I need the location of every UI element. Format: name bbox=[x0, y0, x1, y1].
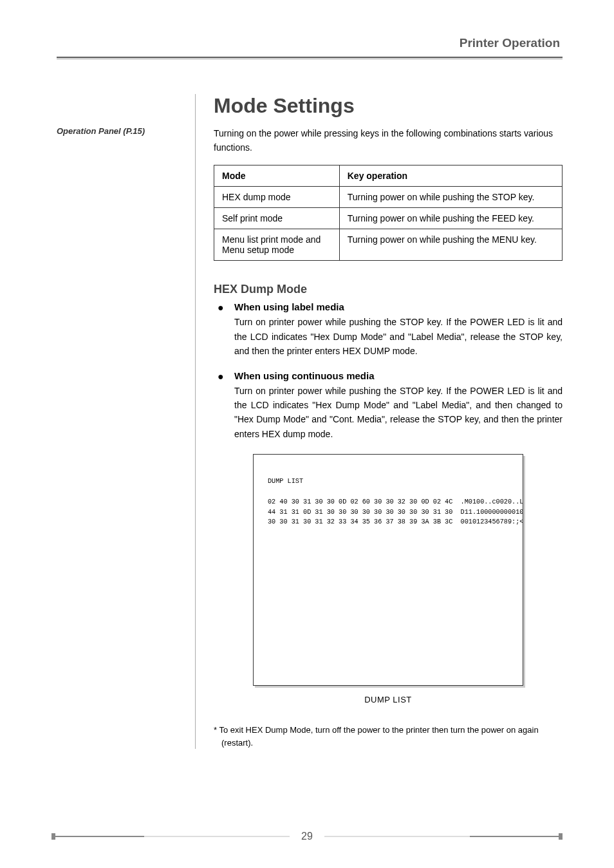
bullet-title: When using label media bbox=[234, 301, 563, 312]
dump-line: 44 31 31 0D 31 30 30 30 30 30 30 30 30 3… bbox=[268, 509, 523, 516]
footnote: * To exit HEX Dump Mode, turn off the po… bbox=[214, 724, 563, 749]
table-cell: Menu list print mode and Menu setup mode bbox=[214, 229, 340, 261]
dump-line: 30 30 31 30 31 32 33 34 35 36 37 38 39 3… bbox=[268, 518, 523, 525]
sidebar-reference: Operation Panel (P.15) bbox=[57, 126, 195, 136]
dump-title: DUMP LIST bbox=[268, 478, 303, 485]
table-cell: Turning power on while pushing the STOP … bbox=[339, 187, 562, 208]
table-row: Menu list print mode and Menu setup mode… bbox=[214, 229, 563, 261]
main-heading: Mode Settings bbox=[214, 94, 563, 118]
mode-table: Mode Key operation HEX dump mode Turning… bbox=[214, 165, 563, 261]
table-row: HEX dump mode Turning power on while pus… bbox=[214, 187, 563, 208]
bullet-item-label-media: ● When using label media Turn on printer… bbox=[214, 301, 563, 358]
footer-rule bbox=[324, 836, 559, 837]
footer-cap-icon bbox=[559, 833, 563, 840]
table-row: Self print mode Turning power on while p… bbox=[214, 208, 563, 229]
table-header-row: Mode Key operation bbox=[214, 165, 563, 187]
bullet-icon: ● bbox=[218, 371, 224, 382]
dump-line: 02 40 30 31 30 30 0D 02 60 30 30 32 30 0… bbox=[268, 498, 523, 505]
footer-rule bbox=[55, 836, 290, 837]
bullet-item-continuous-media: ● When using continuous media Turn on pr… bbox=[214, 370, 563, 442]
table-cell: Turning power on while pushing the MENU … bbox=[339, 229, 562, 261]
dump-list-figure: DUMP LIST 02 40 30 31 30 30 0D 02 60 30 … bbox=[253, 454, 523, 704]
bullet-title: When using continuous media bbox=[234, 370, 563, 381]
header-rule bbox=[57, 57, 563, 59]
dump-caption: DUMP LIST bbox=[253, 695, 523, 704]
bullet-body: Turn on printer power while pushing the … bbox=[234, 315, 563, 358]
intro-text: Turning on the power while pressing keys… bbox=[214, 127, 563, 155]
table-cell: HEX dump mode bbox=[214, 187, 340, 208]
dump-list-box: DUMP LIST 02 40 30 31 30 30 0D 02 60 30 … bbox=[253, 454, 523, 686]
bullet-icon: ● bbox=[218, 302, 224, 314]
page-footer: 29 bbox=[51, 831, 563, 842]
table-header-key: Key operation bbox=[339, 165, 562, 187]
table-cell: Turning power on while pushing the FEED … bbox=[339, 208, 562, 229]
table-header-mode: Mode bbox=[214, 165, 340, 187]
hex-dump-heading: HEX Dump Mode bbox=[214, 283, 563, 296]
bullet-body: Turn on printer power while pushing the … bbox=[234, 384, 563, 442]
page-number: 29 bbox=[290, 831, 324, 842]
table-cell: Self print mode bbox=[214, 208, 340, 229]
section-header: Printer Operation bbox=[57, 36, 563, 50]
